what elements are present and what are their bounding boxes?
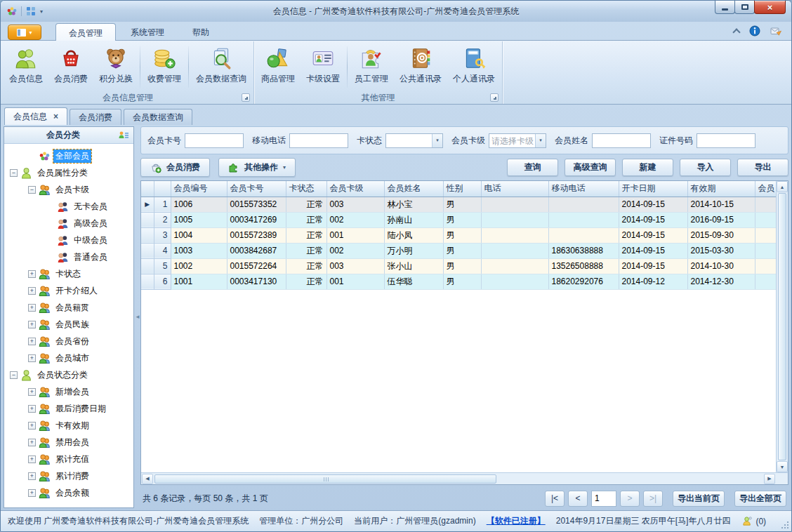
column-header[interactable]: 开卡日期 <box>619 181 687 197</box>
table-cell[interactable]: 正常 <box>286 197 326 212</box>
table-cell[interactable]: 2014-10-30 <box>687 258 755 274</box>
vertical-scroll-thumb[interactable] <box>778 193 786 460</box>
column-header[interactable]: 移动电话 <box>548 181 619 197</box>
table-cell[interactable]: 13526508888 <box>548 258 619 274</box>
table-cell[interactable]: 男 <box>443 227 481 243</box>
tree-item[interactable]: 无卡会员 <box>4 198 133 215</box>
dialog-launcher-icon[interactable] <box>490 93 499 102</box>
table-cell[interactable] <box>548 227 619 243</box>
table-cell[interactable]: 003 <box>326 258 384 274</box>
expand-icon[interactable]: + <box>28 338 36 345</box>
application-menu-button[interactable]: ▾ <box>8 25 41 40</box>
table-cell[interactable]: 0003417130 <box>227 274 286 289</box>
doc-tab-member-consume[interactable]: 会员消费 <box>70 109 121 125</box>
table-row[interactable]: ▶110060015573352正常003林小宝男2014-09-152014-… <box>141 197 788 212</box>
id-number-input[interactable] <box>697 133 755 148</box>
table-cell[interactable] <box>481 258 548 274</box>
table-cell[interactable]: 2014-09-15 <box>619 227 687 243</box>
table-cell[interactable]: 2014-10-15 <box>687 197 755 212</box>
expand-icon[interactable]: + <box>28 455 36 463</box>
table-cell[interactable] <box>481 227 548 243</box>
import-button[interactable]: 导入 <box>680 159 731 176</box>
advanced-query-button[interactable]: 高级查询 <box>565 159 616 176</box>
member-consume-button[interactable]: 会员消费 <box>48 43 93 91</box>
tree-item[interactable]: 全部会员 <box>4 147 133 164</box>
table-cell[interactable]: 002 <box>326 212 384 227</box>
splitter-collapse-icon[interactable]: ◄ <box>135 314 140 320</box>
table-cell[interactable]: 1004 <box>171 227 227 243</box>
next-page-button[interactable]: > <box>620 491 640 507</box>
tree-item[interactable]: +最后消费日期 <box>4 400 133 417</box>
page-number-input[interactable] <box>591 491 616 507</box>
table-cell[interactable]: 张小山 <box>384 258 443 274</box>
new-button[interactable]: 新建 <box>622 159 673 176</box>
tree-item[interactable]: +会员省份 <box>4 333 133 350</box>
resize-grip[interactable] <box>781 521 788 528</box>
table-cell[interactable]: 2014-09-15 <box>619 212 687 227</box>
column-header[interactable]: 会员卡级 <box>326 181 384 197</box>
tree-item[interactable]: +累计消费 <box>4 467 133 484</box>
tab-close-icon[interactable]: × <box>53 113 58 120</box>
horizontal-scroll-thumb[interactable] <box>154 474 496 484</box>
table-cell[interactable]: 男 <box>443 197 481 212</box>
column-header[interactable]: 会员编号 <box>171 181 227 197</box>
table-cell[interactable] <box>481 274 548 289</box>
personal-contacts-button[interactable]: 个人通讯录 <box>447 43 501 91</box>
table-row[interactable]: 610010003417130正常001伍华聪男186202920762014-… <box>141 274 788 289</box>
doc-tab-member-info[interactable]: 会员信息× <box>4 107 67 125</box>
table-cell[interactable]: 1006 <box>171 197 227 212</box>
mobile-phone-input[interactable] <box>289 133 348 148</box>
table-row[interactable]: 210050003417269正常002孙南山男2014-09-152016-0… <box>141 212 788 227</box>
table-cell[interactable]: 2014-09-15 <box>619 258 687 274</box>
table-cell[interactable]: 0003842687 <box>227 243 286 258</box>
member-name-input[interactable] <box>592 133 651 148</box>
table-cell[interactable]: 001 <box>326 274 384 289</box>
table-cell[interactable]: 孙南山 <box>384 212 443 227</box>
table-cell[interactable]: 陆小凤 <box>384 227 443 243</box>
points-exchange-button[interactable]: 积分兑换 <box>93 43 138 91</box>
tree-item[interactable]: +开卡介绍人 <box>4 282 133 299</box>
last-page-button[interactable]: >| <box>643 491 663 507</box>
member-data-query-button[interactable]: 会员数据查询 <box>190 43 252 91</box>
table-cell[interactable]: 2015-09-30 <box>687 227 755 243</box>
tree-item[interactable]: 高级会员 <box>4 215 133 232</box>
table-cell[interactable]: 2015-03-30 <box>687 243 755 258</box>
table-cell[interactable]: 男 <box>443 258 481 274</box>
table-cell[interactable]: 正常 <box>286 212 326 227</box>
column-header[interactable]: 会员姓名 <box>384 181 443 197</box>
table-cell[interactable]: 1001 <box>171 274 227 289</box>
category-settings-icon[interactable] <box>118 130 129 141</box>
table-cell[interactable] <box>481 197 548 212</box>
other-operations-button[interactable]: 其他操作 ▾ <box>218 158 296 177</box>
tree-item[interactable]: −会员卡级 <box>4 181 133 198</box>
member-consume-button[interactable]: 会员消费 <box>140 158 210 177</box>
table-cell[interactable]: 男 <box>443 274 481 289</box>
table-cell[interactable] <box>548 197 619 212</box>
collapse-icon[interactable]: − <box>10 371 18 379</box>
column-header[interactable]: 有效期 <box>687 181 755 197</box>
expand-icon[interactable]: + <box>28 405 36 413</box>
table-cell[interactable]: 002 <box>326 243 384 258</box>
collapse-icon[interactable]: − <box>28 186 36 194</box>
tree-item[interactable]: +会员城市 <box>4 350 133 366</box>
close-button[interactable]: × <box>754 1 786 14</box>
maximize-button[interactable] <box>734 1 755 14</box>
table-cell[interactable]: 万小明 <box>384 243 443 258</box>
table-cell[interactable]: 林小宝 <box>384 197 443 212</box>
doc-tab-member-data-query[interactable]: 会员数据查询 <box>124 109 192 125</box>
table-cell[interactable] <box>481 212 548 227</box>
tree-item[interactable]: +禁用会员 <box>4 434 133 451</box>
table-cell[interactable]: 18620292076 <box>548 274 619 289</box>
column-header[interactable]: 电话 <box>481 181 548 197</box>
export-all-pages-button[interactable]: 导出全部页 <box>734 491 786 507</box>
table-cell[interactable] <box>548 212 619 227</box>
tree-item[interactable]: 中级会员 <box>4 232 133 248</box>
table-cell[interactable]: 男 <box>443 212 481 227</box>
tree-item[interactable]: +会员籍贯 <box>4 299 133 316</box>
table-cell[interactable]: 伍华聪 <box>384 274 443 289</box>
minimize-button[interactable] <box>715 1 735 14</box>
expand-icon[interactable]: + <box>28 422 36 430</box>
tree-item[interactable]: 普通会员 <box>4 248 133 265</box>
tree-item[interactable]: −会员属性分类 <box>4 164 133 181</box>
goods-management-button[interactable]: 商品管理 <box>256 43 301 91</box>
